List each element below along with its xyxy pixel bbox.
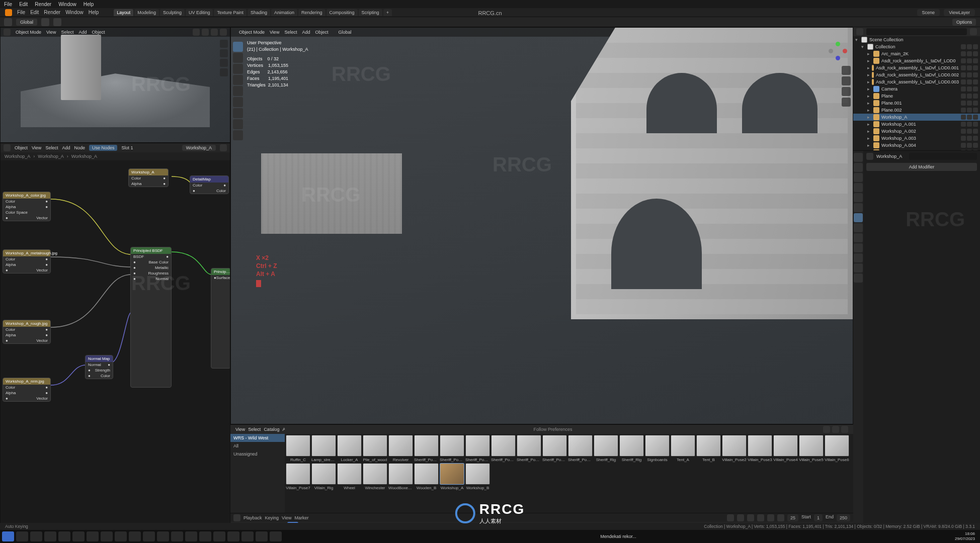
outliner-item[interactable]: ▸Camera: [853, 85, 980, 93]
outliner-item[interactable]: ▸Asdt_rock_assembly_L_taDvf_LOD0: [853, 57, 980, 64]
asset-item[interactable]: Sheriff_Pose5: [517, 435, 541, 462]
tl-view[interactable]: View: [282, 515, 291, 520]
blender-icon[interactable]: [256, 531, 268, 541]
asset-item[interactable]: Sheriff_Pose1: [414, 435, 439, 462]
orientation-dropdown[interactable]: Global: [16, 19, 37, 26]
wm-help[interactable]: Help: [84, 2, 94, 7]
props-search[interactable]: [909, 153, 977, 160]
render-icon[interactable]: [973, 143, 978, 148]
tab-particles-icon[interactable]: [854, 223, 863, 232]
editor-type-icon[interactable]: [856, 28, 863, 35]
hide-icon[interactable]: [961, 94, 966, 99]
frame-current[interactable]: 25: [787, 514, 798, 521]
select-icon[interactable]: [967, 108, 972, 113]
outliner-item[interactable]: ▸Plane: [853, 93, 980, 100]
wm-edit[interactable]: Edit: [19, 2, 28, 7]
asset-item[interactable]: Lamp_street_A: [311, 435, 336, 462]
clock-date[interactable]: 29/07/2023: [955, 536, 975, 541]
shader-node-canvas[interactable]: Workshop_A_color.jpg Color● Alpha● Color…: [1, 161, 230, 529]
settings-icon[interactable]: [841, 426, 848, 433]
asset-item[interactable]: Villain_Pose5: [799, 435, 824, 462]
vp-select[interactable]: Select: [284, 30, 297, 35]
proportional-edit-icon[interactable]: [53, 18, 61, 26]
hide-icon[interactable]: [961, 58, 966, 63]
asset-item[interactable]: Wheel: [337, 463, 362, 490]
render-icon[interactable]: [973, 94, 978, 99]
outliner-item[interactable]: ▸Workshop_A.004: [853, 142, 980, 149]
folder-icon[interactable]: [129, 531, 141, 541]
select-icon[interactable]: [967, 79, 972, 84]
pan-icon[interactable]: [842, 76, 851, 85]
node-detailmap[interactable]: DetailMap Color● ●Color: [190, 175, 229, 194]
sh-view[interactable]: View: [32, 145, 41, 150]
explorer-icon[interactable]: [44, 531, 56, 541]
app-icon[interactable]: [227, 531, 239, 541]
select-icon[interactable]: [967, 94, 972, 99]
slot-dropdown[interactable]: Slot 1: [121, 145, 133, 150]
select-icon[interactable]: [967, 51, 972, 56]
outliner-item[interactable]: ▸Asdt_rock_assembly_L_taDvf_LOD0.001: [853, 64, 980, 71]
annotate-tool-icon[interactable]: [233, 108, 243, 118]
asset-cat-all[interactable]: All: [230, 442, 285, 450]
outliner-item[interactable]: ▸Arc_main_2K: [853, 50, 980, 57]
filter-icon[interactable]: [832, 426, 839, 433]
hide-icon[interactable]: [961, 129, 966, 134]
node-image-rough[interactable]: Workshop_A_rough.jpg Color● Alpha● ●Vect…: [3, 320, 51, 344]
asset-item[interactable]: Wooden_B: [414, 463, 439, 490]
hide-icon[interactable]: [961, 72, 966, 77]
am-window[interactable]: Window: [65, 10, 84, 15]
tab-scene-icon[interactable]: [854, 183, 863, 192]
outliner-item[interactable]: ▸Asdt_rock_assembly_L_taDvf_LOD0.003: [853, 78, 980, 85]
tab-physics-icon[interactable]: [854, 233, 863, 242]
vp-add[interactable]: Add: [78, 30, 87, 35]
persp-toggle-icon[interactable]: [842, 98, 851, 107]
tab-render[interactable]: Rendering: [298, 9, 325, 16]
am-file[interactable]: File: [17, 10, 25, 15]
outliner-item[interactable]: ▸Plane.002: [853, 107, 980, 114]
asset-item[interactable]: Tent_A: [671, 435, 695, 462]
pin-icon[interactable]: [220, 144, 227, 151]
shading-rendered-icon[interactable]: [220, 29, 227, 36]
pan-icon[interactable]: [220, 49, 228, 57]
select-icon[interactable]: [967, 115, 972, 120]
vp-view[interactable]: View: [270, 30, 279, 35]
vp-select[interactable]: Select: [61, 30, 73, 35]
shader-editor[interactable]: Object View Select Add Node Use Nodes Sl…: [0, 143, 230, 530]
asset-item[interactable]: Pile_of_wood: [363, 435, 387, 462]
asset-item[interactable]: Locker_A: [337, 435, 362, 462]
app-icon[interactable]: [241, 531, 254, 541]
clock-time[interactable]: 18:06: [965, 531, 975, 536]
select-box-tool-icon[interactable]: [233, 42, 243, 52]
asset-item[interactable]: Winchester: [363, 463, 387, 490]
sh-add[interactable]: Add: [62, 145, 70, 150]
wm-file[interactable]: File: [4, 2, 12, 7]
hide-icon[interactable]: [961, 51, 966, 56]
tab-modifier-icon[interactable]: [854, 213, 863, 222]
node-principled-bsdf[interactable]: Principled BSDF BSDF● ●Base Color ●Metal…: [130, 247, 172, 388]
zoom-icon[interactable]: [220, 40, 228, 48]
zoom-icon[interactable]: [842, 66, 851, 75]
shading-wire-icon[interactable]: [193, 29, 200, 36]
asset-item[interactable]: Workshop_A: [440, 463, 464, 490]
tab-texture-icon[interactable]: [854, 274, 863, 283]
next-key-icon[interactable]: [767, 514, 774, 521]
app-icon[interactable]: [115, 531, 127, 541]
nav-gizmo[interactable]: [828, 41, 848, 61]
node-image-metal[interactable]: Workshop_A_metalrough.jpg Color● Alpha● …: [3, 249, 51, 274]
vp-mode[interactable]: Object Mode: [239, 30, 265, 35]
sh-node[interactable]: Node: [74, 145, 85, 150]
am-help[interactable]: Help: [89, 10, 99, 15]
select-icon[interactable]: [967, 58, 972, 63]
app-icon[interactable]: [199, 531, 211, 541]
cursor-tool-icon[interactable]: [4, 18, 12, 26]
editor-type-icon[interactable]: [233, 514, 240, 521]
shading-solid-icon[interactable]: [202, 29, 209, 36]
asset-item[interactable]: Workshop_B: [465, 463, 490, 490]
render-icon[interactable]: [973, 136, 978, 141]
exclude-icon[interactable]: [961, 44, 966, 49]
tab-sculpting[interactable]: Sculpting: [160, 9, 185, 16]
asset-item[interactable]: Sheriff_Rig: [619, 435, 644, 462]
scale-tool-icon[interactable]: [233, 86, 243, 96]
steam-icon[interactable]: [101, 531, 113, 541]
vp-add[interactable]: Add: [302, 30, 310, 35]
